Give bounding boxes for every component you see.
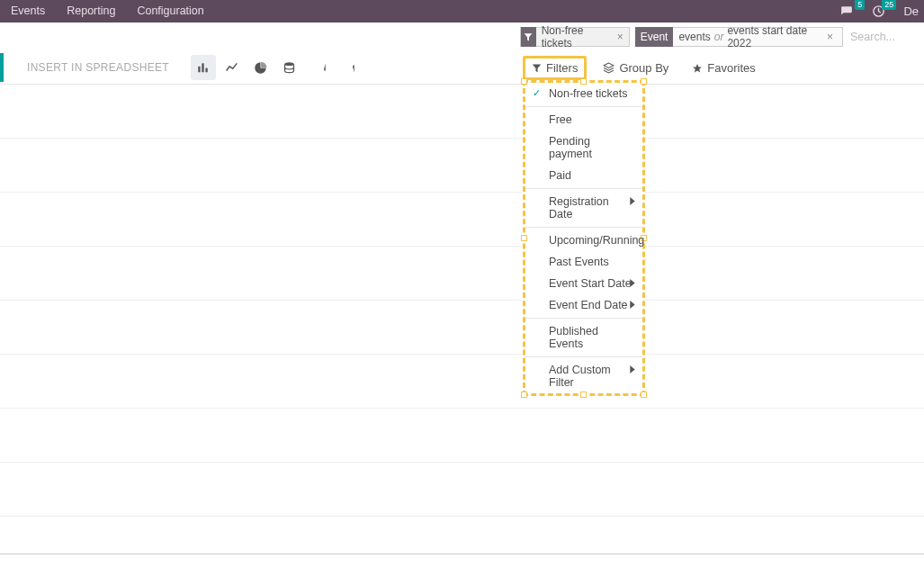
stacked-icon[interactable] [277, 55, 302, 80]
filter-option-label: Past Events [549, 256, 609, 268]
facet-or: or [714, 31, 724, 43]
chart-background [0, 85, 924, 553]
filter-option-label: Add Custom Filter [549, 364, 611, 389]
filter-chip-nonfree[interactable]: Non-free tickets × [520, 27, 630, 47]
filters-button[interactable]: Filters [523, 56, 587, 80]
chart-type-switcher [191, 55, 371, 80]
favorites-label: Favorites [707, 61, 755, 75]
filters-label: Filters [546, 61, 578, 75]
activities-icon[interactable]: 25 [863, 0, 894, 22]
caret-right-icon [630, 301, 635, 309]
axis-line [0, 554, 924, 554]
dropdown-separator [525, 227, 642, 228]
pie-chart-icon[interactable] [248, 55, 274, 80]
dropdown-separator [525, 318, 642, 319]
groupby-label: Group By [619, 61, 668, 75]
filter-option-label: Registration Date [549, 195, 609, 220]
dropdown-separator [525, 356, 642, 357]
filter-option[interactable]: Event Start Date [525, 273, 642, 294]
user-initial: De [903, 4, 919, 18]
caret-right-icon [630, 279, 635, 287]
facet-close[interactable]: × [825, 31, 839, 43]
top-navbar: Events Reporting Configuration 5 25 De [0, 0, 924, 22]
filter-option-label: Non-free tickets [549, 87, 628, 100]
filter-option[interactable]: Past Events [525, 251, 642, 273]
filter-option-label: Event End Date [549, 299, 628, 311]
funnel-icon [521, 27, 536, 47]
filter-option[interactable]: Published Events [525, 320, 642, 355]
nav-reporting[interactable]: Reporting [56, 0, 126, 22]
filter-option-label: Upcoming/Running [549, 234, 644, 247]
filters-dropdown: Non-free ticketsFreePending paymentPaidR… [523, 80, 645, 396]
caret-right-icon [630, 197, 635, 205]
svg-rect-1 [199, 67, 201, 72]
facet-chip-event[interactable]: Event events or events start date 2022 × [635, 27, 843, 47]
facet-value-1: events [678, 31, 710, 43]
svg-rect-3 [206, 68, 208, 73]
topnav-right: 5 25 De [830, 0, 924, 22]
dropdown-separator [525, 188, 642, 189]
filter-option[interactable]: Paid [525, 165, 642, 186]
facet-value-2: events start date 2022 [727, 24, 821, 50]
filter-option[interactable]: Add Custom Filter [525, 359, 642, 393]
bar-chart-icon[interactable] [191, 55, 216, 80]
filter-option-label: Free [549, 113, 572, 126]
filter-option[interactable]: Registration Date [525, 191, 642, 225]
filter-option-label: Published Events [549, 325, 598, 350]
user-menu[interactable]: De [894, 0, 920, 22]
filter-option[interactable]: Non-free tickets [525, 83, 642, 104]
control-panel: INSERT IN SPREADSHEET Filters Group By [0, 51, 924, 85]
favorites-button[interactable]: Favorites [685, 57, 762, 79]
nav-events[interactable]: Events [0, 0, 56, 22]
filter-option[interactable]: Free [525, 109, 642, 130]
groupby-button[interactable]: Group By [596, 57, 676, 79]
accent-bar [0, 53, 4, 82]
filter-option[interactable]: Event End Date [525, 294, 642, 316]
caret-right-icon [630, 365, 635, 374]
filter-option[interactable]: Pending payment [525, 130, 642, 165]
facet-values: events or events start date 2022 × [673, 27, 843, 47]
facet-label: Event [635, 27, 674, 47]
nav-configuration[interactable]: Configuration [126, 0, 214, 22]
topnav-left: Events Reporting Configuration [0, 0, 215, 22]
search-row: Non-free tickets × Event events or event… [0, 22, 924, 51]
line-chart-icon[interactable] [220, 55, 245, 80]
filter-option[interactable]: Upcoming/Running [525, 230, 642, 251]
insert-spreadsheet-button[interactable]: INSERT IN SPREADSHEET [20, 61, 176, 74]
chip-close[interactable]: × [615, 31, 629, 43]
sort-desc-icon[interactable] [317, 55, 342, 80]
messages-icon[interactable]: 5 [830, 0, 863, 22]
dropdown-separator [525, 106, 642, 107]
sort-asc-icon[interactable] [345, 55, 371, 80]
svg-rect-2 [202, 63, 204, 72]
search-input[interactable] [843, 31, 924, 43]
svg-point-4 [285, 62, 294, 66]
filter-option-label: Paid [549, 169, 571, 182]
filter-option-label: Pending payment [549, 135, 592, 160]
filter-option-label: Event Start Date [549, 277, 632, 290]
chip-label: Non-free tickets [536, 24, 615, 50]
